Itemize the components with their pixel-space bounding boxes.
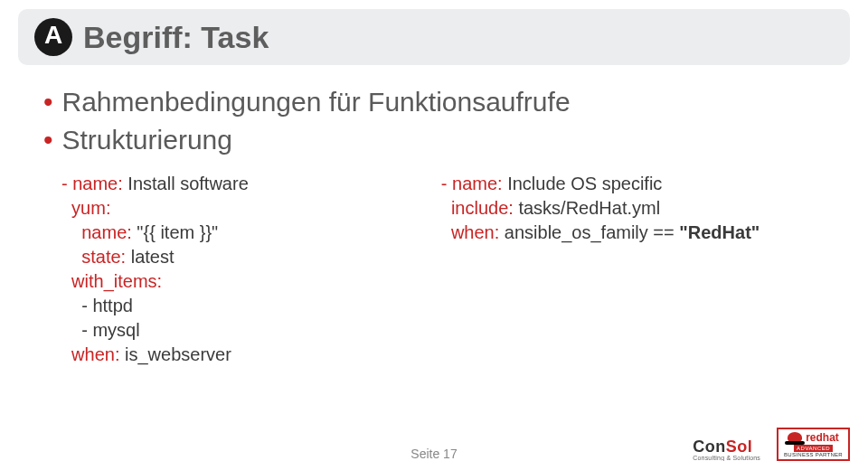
footer-logos: ConSol Consulting & Solutions redhat ADV… xyxy=(693,428,850,461)
consol-sol: Sol xyxy=(726,437,753,456)
consol-logo: ConSol Consulting & Solutions xyxy=(693,437,760,461)
bullet-dot-icon: • xyxy=(43,127,53,154)
title-band: A Begriff: Task xyxy=(18,9,850,65)
bullet-item: • Strukturierung xyxy=(43,125,825,155)
redhat-top-row: redhat xyxy=(788,431,839,444)
redhat-hat-icon xyxy=(788,432,802,443)
slide: A Begriff: Task • Rahmenbedingungen für … xyxy=(0,9,868,461)
code-token: include: xyxy=(441,198,514,218)
code-block-right: - name: Include OS specific include: tas… xyxy=(441,172,823,367)
ansible-icon: A xyxy=(34,18,72,56)
code-token: - httpd xyxy=(61,296,133,315)
code-token: "{{ item }}" xyxy=(132,222,218,242)
code-token: when: xyxy=(61,344,119,364)
code-token: with_items: xyxy=(61,271,162,291)
code-token: "RedHat" xyxy=(679,222,760,242)
ansible-icon-letter: A xyxy=(44,21,62,50)
consol-subtitle: Consulting & Solutions xyxy=(693,455,760,461)
redhat-logo: redhat ADVANCED BUSINESS PARTNER xyxy=(777,428,850,461)
code-token: - name: xyxy=(61,174,123,193)
page-title: Begriff: Task xyxy=(83,20,269,55)
code-token: tasks/RedHat.yml xyxy=(514,198,660,218)
redhat-business-partner-label: BUSINESS PARTNER xyxy=(784,452,843,457)
code-token: Install software xyxy=(123,174,249,193)
page-number: Seite 17 xyxy=(410,447,457,461)
redhat-advanced-label: ADVANCED xyxy=(794,445,833,452)
code-token: ansible_os_family == xyxy=(499,222,679,242)
bullet-item: • Rahmenbedingungen für Funktionsaufrufe xyxy=(43,87,825,118)
code-token: is_webserver xyxy=(119,344,231,364)
code-block-left: - name: Install software yum: name: "{{ … xyxy=(61,172,405,367)
code-token: - mysql xyxy=(61,320,140,340)
code-token: when: xyxy=(441,222,499,242)
code-token: name: xyxy=(61,222,132,242)
bullet-text: Strukturierung xyxy=(62,125,232,155)
bullet-dot-icon: • xyxy=(43,89,53,116)
redhat-wordmark: redhat xyxy=(806,431,839,444)
code-token: state: xyxy=(61,247,126,267)
code-token: yum: xyxy=(61,198,110,218)
consol-con: Con xyxy=(693,437,726,456)
content-area: • Rahmenbedingungen für Funktionsaufrufe… xyxy=(0,65,868,367)
code-token: Include OS specific xyxy=(503,174,663,193)
code-token: - name: xyxy=(441,174,503,193)
bullet-text: Rahmenbedingungen für Funktionsaufrufe xyxy=(62,87,571,118)
consol-wordmark: ConSol xyxy=(693,437,752,456)
code-columns: - name: Install software yum: name: "{{ … xyxy=(43,172,825,367)
code-token: latest xyxy=(126,247,174,267)
